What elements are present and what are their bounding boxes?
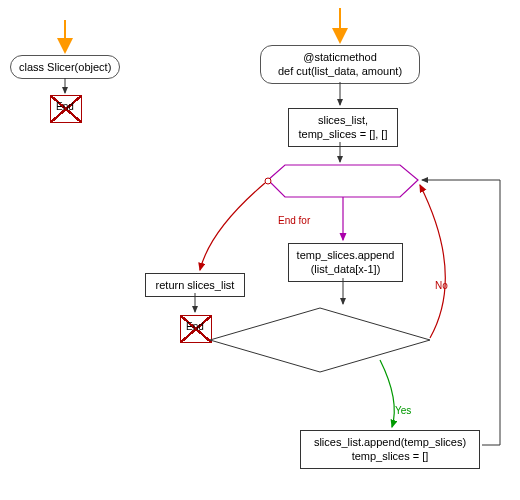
class-def-text: class Slicer(object) (19, 61, 111, 73)
return-text: return slices_list (156, 279, 235, 291)
no-label: No (435, 280, 448, 291)
end-for-label: End for (278, 215, 310, 226)
append-slice-l1: slices_list.append(temp_slices) (314, 436, 466, 448)
end-label-2: End (180, 321, 210, 332)
init-l1: slices_list, (318, 114, 368, 126)
yes-label: Yes (395, 405, 411, 416)
method-def-l1: @staticmethod (303, 51, 377, 63)
init-l2: temp_slices = [], [] (299, 128, 388, 140)
method-def-l2: def cut(list_data, amount) (278, 65, 402, 77)
append-temp-l2: (list_data[x-1]) (311, 263, 381, 275)
loop-l1: for x in range(1, (306, 170, 383, 182)
edge-loop-exit (200, 183, 265, 270)
edge-decision-no (420, 185, 445, 338)
loop-l2: len(list_data)+1) (305, 183, 384, 195)
append-slice-l2: temp_slices = [] (352, 450, 429, 462)
decision-node-text: x % amount == 0 or x == len(list_data) ? (230, 325, 410, 351)
loop-exit-circle (265, 178, 271, 184)
return-node: return slices_list (145, 273, 245, 297)
edge-decision-yes (380, 360, 394, 427)
edge-append-slice-loop (422, 180, 500, 445)
loop-node-text: for x in range(1, len(list_data)+1) (280, 170, 410, 196)
append-temp-l1: temp_slices.append (297, 249, 395, 261)
init-node: slices_list, temp_slices = [], [] (288, 108, 398, 147)
method-def-node: @staticmethod def cut(list_data, amount) (260, 45, 420, 84)
end-label-1: End (50, 101, 80, 112)
class-def-node: class Slicer(object) (10, 55, 120, 79)
append-slice-node: slices_list.append(temp_slices) temp_sli… (300, 430, 480, 469)
append-temp-node: temp_slices.append (list_data[x-1]) (288, 243, 403, 282)
decision-l1: x % amount == 0 or x == (260, 325, 380, 337)
decision-l2: len(list_data) ? (284, 338, 356, 350)
